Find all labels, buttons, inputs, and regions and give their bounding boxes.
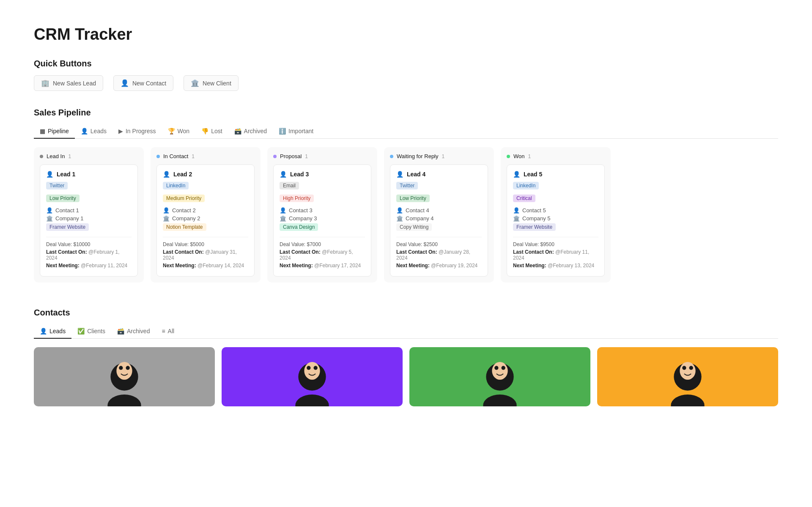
tab-archived[interactable]: 🗃️ Archived	[228, 124, 273, 139]
new-client-label: New Client	[203, 80, 231, 87]
card-contact-lead2: 👤 Contact 2	[163, 207, 248, 214]
pipeline-column-won: Won 1 👤 Lead 5 LinkedIn Critical 👤 Conta…	[501, 147, 611, 282]
contact-card-2[interactable]	[409, 347, 590, 406]
sales-lead-icon: 🏢	[41, 79, 49, 87]
lead-card-lead5[interactable]: 👤 Lead 5 LinkedIn Critical 👤 Contact 5 🏛…	[507, 164, 605, 277]
contacts-tab-clients[interactable]: ✅ Clients	[71, 324, 111, 339]
tab-won[interactable]: 🏆 Won	[162, 124, 196, 139]
tab-important[interactable]: ℹ️ Important	[273, 124, 319, 139]
card-priority-lead1: Low Priority	[46, 195, 80, 202]
company-meta-icon-lead5: 🏛️	[513, 215, 520, 222]
card-contact-lead5: 👤 Contact 5	[513, 207, 598, 214]
card-divider-lead2	[163, 237, 248, 237]
card-next-meeting-lead5: Next Meeting: @February 13, 2024	[513, 263, 598, 269]
card-title-lead4: 👤 Lead 4	[396, 171, 482, 178]
contacts-tab-leads-label: Leads	[49, 328, 66, 334]
svg-point-2	[107, 395, 141, 406]
svg-point-1	[116, 362, 132, 380]
card-product-lead1: Framer Website	[46, 223, 89, 231]
tab-archived-label: Archived	[244, 128, 267, 134]
card-company-name-lead1: Company 1	[55, 215, 83, 222]
pipeline-column-proposal: Proposal 1 👤 Lead 3 Email High Priority …	[267, 147, 377, 282]
contacts-section: Contacts 👤 Leads ✅ Clients 🗃️ Archived ≡…	[34, 308, 778, 406]
tab-in-progress-label: In Progress	[126, 128, 156, 134]
lead-card-lead4[interactable]: 👤 Lead 4 Twitter Low Priority 👤 Contact …	[390, 164, 488, 277]
card-priority-row-lead3: High Priority	[280, 195, 365, 204]
contacts-title: Contacts	[34, 308, 778, 318]
tab-leads-label: Leads	[91, 128, 107, 134]
company-meta-icon-lead1: 🏛️	[46, 215, 53, 222]
new-sales-lead-button[interactable]: 🏢 New Sales Lead	[34, 75, 103, 91]
card-title-icon-lead3: 👤	[280, 171, 287, 178]
card-title-icon-lead1: 👤	[46, 171, 53, 178]
tab-in-progress[interactable]: ▶ In Progress	[112, 124, 162, 139]
client-icon: 🏛️	[191, 79, 199, 87]
lead-card-lead1[interactable]: 👤 Lead 1 Twitter Low Priority 👤 Contact …	[40, 164, 138, 277]
card-product-row-lead4: Copy Writing	[396, 223, 482, 233]
card-priority-lead4: Low Priority	[396, 195, 430, 202]
card-company-lead4: 🏛️ Company 4	[396, 215, 482, 222]
card-tags-lead5: LinkedIn	[513, 182, 598, 191]
card-contact-lead1: 👤 Contact 1	[46, 207, 132, 214]
card-source-lead1: Twitter	[46, 182, 68, 189]
card-priority-lead5: Critical	[513, 195, 535, 202]
contacts-tab-archived-label: Archived	[127, 328, 150, 334]
tab-pipeline[interactable]: ▦ Pipeline	[34, 124, 75, 139]
contacts-cards-row	[34, 347, 778, 406]
svg-point-17	[671, 395, 704, 406]
quick-buttons-title: Quick Buttons	[34, 59, 778, 69]
card-title-lead2: 👤 Lead 2	[163, 171, 248, 178]
contact-icon: 👤	[121, 79, 129, 87]
card-priority-row-lead2: Medium Priority	[163, 195, 248, 204]
card-next-meeting-lead1: Next Meeting: @February 11, 2024	[46, 263, 132, 269]
card-title-lead3: 👤 Lead 3	[280, 171, 365, 178]
svg-point-4	[126, 366, 130, 370]
card-last-contact-lead4: Last Contact On: @January 28, 2024	[396, 249, 482, 261]
contact-card-1[interactable]	[222, 347, 403, 406]
company-meta-icon-lead2: 🏛️	[163, 215, 170, 222]
card-product-lead4: Copy Writing	[396, 223, 432, 231]
card-product-lead5: Framer Website	[513, 223, 556, 231]
svg-point-7	[295, 395, 329, 406]
contacts-tab-clients-label: Clients	[87, 328, 105, 334]
contact-card-0[interactable]	[34, 347, 215, 406]
tab-lost[interactable]: 👎 Lost	[195, 124, 228, 139]
col-dot-in-contact	[156, 155, 160, 158]
card-priority-lead2: Medium Priority	[163, 195, 205, 202]
contacts-tabs: 👤 Leads ✅ Clients 🗃️ Archived ≡ All	[34, 324, 778, 339]
lead-card-lead3[interactable]: 👤 Lead 3 Email High Priority 👤 Contact 3…	[273, 164, 371, 277]
pipeline-column-in-contact: In Contact 1 👤 Lead 2 LinkedIn Medium Pr…	[151, 147, 261, 282]
contact-meta-icon-lead1: 👤	[46, 207, 53, 214]
new-client-button[interactable]: 🏛️ New Client	[184, 75, 239, 91]
contacts-clients-icon: ✅	[77, 328, 85, 334]
lead-card-lead2[interactable]: 👤 Lead 2 LinkedIn Medium Priority 👤 Cont…	[156, 164, 255, 277]
card-source-lead4: Twitter	[396, 182, 418, 189]
contacts-tab-leads[interactable]: 👤 Leads	[34, 324, 71, 339]
card-name-lead2: Lead 2	[173, 171, 192, 178]
avatar-2	[409, 347, 590, 406]
card-name-lead1: Lead 1	[57, 171, 75, 178]
card-company-lead5: 🏛️ Company 5	[513, 215, 598, 222]
card-company-name-lead2: Company 2	[172, 215, 200, 222]
contacts-tab-all[interactable]: ≡ All	[156, 324, 180, 339]
card-source-lead5: LinkedIn	[513, 182, 539, 189]
card-contact-name-lead1: Contact 1	[55, 207, 79, 214]
tab-leads[interactable]: 👤 Leads	[75, 124, 112, 139]
col-header-in-contact: In Contact 1	[156, 153, 255, 159]
svg-point-16	[680, 362, 695, 380]
col-dot-proposal	[273, 155, 277, 158]
new-contact-button[interactable]: 👤 New Contact	[113, 75, 173, 91]
contacts-tab-archived[interactable]: 🗃️ Archived	[111, 324, 156, 339]
col-dot-won	[507, 155, 510, 158]
card-contact-lead3: 👤 Contact 3	[280, 207, 365, 214]
card-company-lead2: 🏛️ Company 2	[163, 215, 248, 222]
card-priority-row-lead1: Low Priority	[46, 195, 132, 204]
col-dot-waiting-reply	[390, 155, 393, 158]
card-company-lead1: 🏛️ Company 1	[46, 215, 132, 222]
col-label-waiting-reply: Waiting for Reply	[397, 153, 439, 159]
col-count-waiting-reply: 1	[442, 153, 445, 159]
contact-card-3[interactable]	[597, 347, 778, 406]
contacts-all-icon: ≡	[162, 328, 165, 334]
svg-point-19	[689, 366, 693, 370]
card-name-lead3: Lead 3	[290, 171, 309, 178]
